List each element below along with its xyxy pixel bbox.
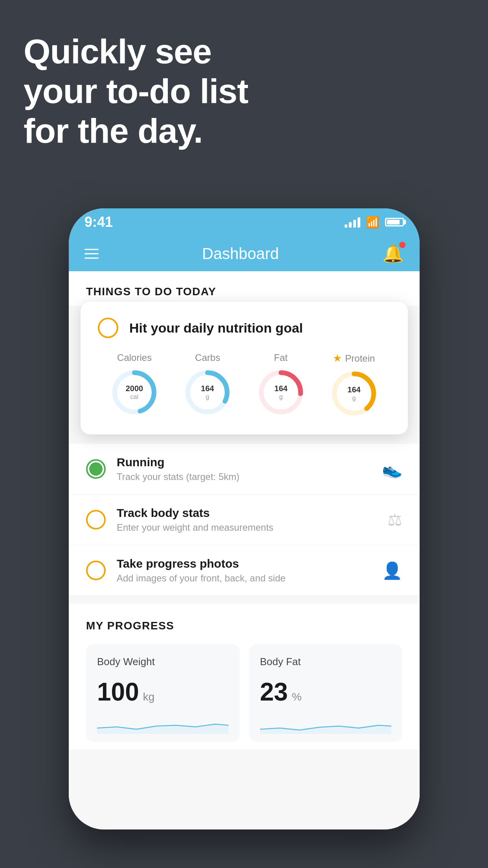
todo-item-running[interactable]: Running Track your stats (target: 5km) 👟 [69,444,420,495]
progress-cards: Body Weight 100 kg Body Fat [86,644,402,742]
status-bar: 9:41 📶 [69,208,420,236]
running-text: Running Track your stats (target: 5km) [117,456,371,482]
body-weight-card[interactable]: Body Weight 100 kg [86,644,240,742]
nutrition-card-title: Hit your daily nutrition goal [129,320,303,336]
menu-icon[interactable] [84,249,99,259]
svg-text:164: 164 [201,384,215,393]
headline-line2: your to-do list [24,71,248,111]
todo-item-photos[interactable]: Take progress photos Add images of your … [69,545,420,596]
photos-subtitle: Add images of your front, back, and side [117,573,371,584]
body-fat-chart [260,714,392,734]
progress-section: MY PROGRESS Body Weight 100 kg [69,604,420,750]
signal-icon [345,217,360,228]
nutrition-check-circle[interactable] [98,318,118,338]
body-stats-subtitle: Enter your weight and measurements [117,522,376,533]
protein-label: Protein [345,353,375,364]
body-weight-number: 100 [97,677,139,706]
body-stats-text: Track body stats Enter your weight and m… [117,506,376,533]
body-fat-number: 23 [260,677,288,706]
notification-dot [399,242,405,248]
svg-text:164: 164 [347,385,361,394]
svg-text:2000: 2000 [126,384,143,393]
nutrition-rings: Calories 2000 cal Carbs 164 g [98,352,391,417]
headline-line1: Quickly see [24,31,248,71]
svg-text:g: g [279,394,283,400]
things-header: THINGS TO DO TODAY [69,271,420,306]
carbs-ring: 164 g [184,369,231,416]
calories-ring: 2000 cal [111,369,158,416]
progress-title: MY PROGRESS [86,620,402,632]
protein-label-container: ★ Protein [333,352,375,364]
protein-ring: 164 g [330,370,378,417]
star-icon: ★ [333,352,342,364]
running-check-circle [86,459,106,479]
app-content: THINGS TO DO TODAY Hit your daily nutrit… [69,271,420,829]
scale-icon: ⚖ [387,510,402,530]
body-weight-unit: kg [143,691,155,703]
status-time: 9:41 [84,214,113,230]
status-icons: 📶 [345,216,404,229]
nutrition-card-header: Hit your daily nutrition goal [98,318,391,338]
headline-line3: for the day. [24,111,248,151]
photos-check-circle [86,561,106,580]
body-stats-check-circle [86,510,106,530]
app-header: Dashboard 🔔 [69,236,420,271]
nutrition-card[interactable]: Hit your daily nutrition goal Calories 2… [81,302,408,434]
photos-text: Take progress photos Add images of your … [117,557,371,584]
phone-mockup: 9:41 📶 Dashboard 🔔 THINGS TO [69,208,420,829]
svg-text:g: g [206,394,209,400]
things-title: THINGS TO DO TODAY [86,285,402,298]
body-weight-label: Body Weight [97,656,229,668]
carbs-ring-item: Carbs 164 g [184,352,231,416]
body-fat-label: Body Fat [260,656,392,668]
carbs-label: Carbs [195,352,220,363]
svg-text:g: g [352,395,356,401]
body-stats-title: Track body stats [117,506,376,520]
person-icon: 👤 [382,561,402,580]
body-fat-value-container: 23 % [260,677,392,706]
bell-icon[interactable]: 🔔 [382,243,404,264]
app-title: Dashboard [202,245,279,263]
fat-label: Fat [274,352,288,363]
body-fat-unit: % [292,691,302,703]
svg-text:cal: cal [130,394,138,400]
wifi-icon: 📶 [366,216,380,229]
body-fat-card[interactable]: Body Fat 23 % [249,644,403,742]
calories-label: Calories [117,352,152,363]
todo-list: Running Track your stats (target: 5km) 👟… [69,444,420,596]
headline-text: Quickly see your to-do list for the day. [24,31,248,151]
body-weight-chart [97,714,229,734]
fat-ring-item: Fat 164 g [257,352,305,416]
calories-ring-item: Calories 2000 cal [111,352,158,416]
todo-item-body-stats[interactable]: Track body stats Enter your weight and m… [69,495,420,545]
battery-icon [385,218,404,226]
body-weight-value-container: 100 kg [97,677,229,706]
running-title: Running [117,456,371,469]
running-subtitle: Track your stats (target: 5km) [117,471,371,482]
shoe-icon: 👟 [382,460,402,479]
photos-title: Take progress photos [117,557,371,570]
protein-ring-item: ★ Protein 164 g [330,352,378,417]
fat-ring: 164 g [257,369,305,416]
svg-text:164: 164 [274,384,288,393]
